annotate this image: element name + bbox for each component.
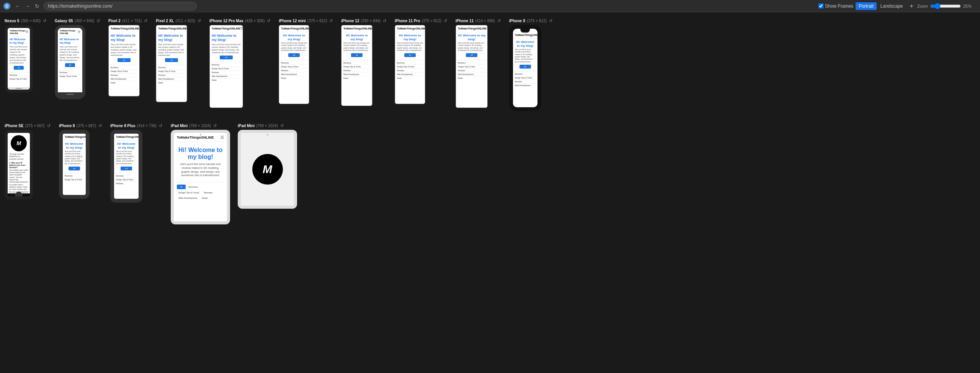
pixel2-frame: ToMakeThingsONLINE ☰ Hi! Welcome to my b… — [108, 25, 140, 97]
device-iphone12-mini: iPhone 12 mini (375 × 812) ↺ ToMakeThing… — [279, 18, 333, 104]
back-button[interactable]: ← — [13, 2, 22, 10]
ipad-mini-1-refresh[interactable]: ↺ — [212, 123, 217, 128]
galaxy-s5-frame: ToMakeThingsONLINE ☰ Hi! Welcome to my b… — [55, 25, 85, 99]
topbar: D ← → ↻ Show Frames Portrait Landscape +… — [0, 0, 980, 12]
main-content: Nexus 5 (360 × 640) ↺ ToMakeThingsONLINE… — [0, 12, 980, 243]
device-iphone8: iPhone 8 (375 × 667) ↺ ToMakeThingsONLIN… — [59, 123, 103, 199]
iphone11-refresh[interactable]: ↺ — [497, 18, 501, 23]
nexus5-content: ToMakeThingsONLINE ☰ Hi! Welcome to my b… — [8, 28, 30, 87]
iphone12-mini-frame: ToMakeThingsONLINE ☰ Hi! Welcome to my b… — [279, 25, 309, 104]
show-frames-checkbox[interactable] — [818, 3, 823, 8]
zoom-value: 25% — [963, 4, 977, 8]
iphone12-frame: ToMakeThingsONLINE ☰ Hi! Welcome to my b… — [341, 25, 372, 106]
device-iphone11-pro: iPhone 11 Pro (375 × 812) ↺ ToMakeThings… — [395, 18, 448, 104]
device-iphone-se: iPhone SE (375 × 667) ↺ M This page has … — [5, 123, 51, 200]
nexus5-refresh[interactable]: ↺ — [42, 18, 47, 23]
iphone11-pro-refresh[interactable]: ↺ — [443, 18, 448, 23]
ipad-mini-1-home-btn — [228, 177, 229, 178]
iphone12-mini-content: ToMakeThingsONLINE ☰ Hi! Welcome to my b… — [279, 25, 309, 104]
iphone8-plus-content: ToMakeThingsONLINE ☰ Hi! Welcome to my b… — [114, 134, 139, 199]
galaxy-s5-content: ToMakeThingsONLINE ☰ Hi! Welcome to my b… — [58, 28, 82, 92]
iphone8-plus-refresh[interactable]: ↺ — [158, 123, 163, 128]
device-galaxy-s5: Galaxy S5 (360 × 640) ↺ ToMakeThingsONLI… — [55, 18, 101, 99]
app-logo: D — [3, 2, 11, 10]
device-pixel2: Pixel 2 (411 × 731) ↺ ToMakeThingsONLINE… — [108, 18, 148, 97]
iphone-se-frame: M This page has been blocked by our prot… — [5, 130, 33, 200]
ipad-mini-2-home-btn — [295, 169, 296, 170]
iphone12-pro-max-frame: ToMakeThingsONLINE ☰ Hi! Welcome to my b… — [209, 25, 243, 108]
ipad-mini-1-camera — [200, 134, 201, 136]
ipad-mini-1-content: ToMakeThingsONLINE ☰ Hi! Welcome to my b… — [174, 133, 227, 221]
iphone12-refresh[interactable]: ↺ — [382, 18, 387, 23]
device-iphone12-pro-max: iPhone 12 Pro Max (428 × 926) ↺ ToMakeTh… — [209, 18, 271, 108]
ipad-mini-2-camera — [267, 134, 268, 136]
reload-button[interactable]: ↻ — [33, 2, 41, 10]
device-nexus5-label: Nexus 5 (360 × 640) ↺ — [5, 18, 47, 23]
iphone12-content: ToMakeThingsONLINE ☰ Hi! Welcome to my b… — [341, 25, 372, 106]
iphone12-mini-refresh[interactable]: ↺ — [328, 18, 333, 23]
pixel2-xl-content: ToMakeThingsONLINE ☰ Hi! Welcome to my b… — [156, 25, 187, 102]
iphone-x-notch — [520, 29, 530, 33]
device-iphone11: iPhone 11 (414 × 896) ↺ ToMakeThingsONLI… — [456, 18, 501, 108]
iphone11-frame: ToMakeThingsONLINE ☰ Hi! Welcome to my b… — [456, 25, 488, 108]
iphone8-frame: ToMakeThingsONLINE ☰ Hi! Welcome to my b… — [59, 130, 90, 199]
iphone-se-content: M This page has been blocked by our prot… — [8, 133, 30, 193]
iphone12-pro-max-content: ToMakeThingsONLINE ☰ Hi! Welcome to my b… — [210, 25, 243, 108]
iphone8-plus-frame: ToMakeThingsONLINE ☰ Hi! Welcome to my b… — [110, 130, 142, 203]
device-row-2: iPhone SE (375 × 667) ↺ M This page has … — [5, 123, 975, 224]
orientation-buttons: Portrait Landscape — [856, 2, 906, 10]
add-device-button[interactable]: + — [908, 3, 915, 10]
nexus5-frame: ToMakeThingsONLINE ☰ Hi! Welcome to my b… — [5, 25, 33, 93]
device-pixel2-xl: Pixel 2 XL (411 × 823) ↺ ToMakeThingsONL… — [156, 18, 202, 102]
device-ipad-mini-2: iPad Mini (768 × 1024) ↺ M — [238, 123, 297, 209]
show-frames-toggle: Show Frames — [818, 3, 853, 9]
device-row-1: Nexus 5 (360 × 640) ↺ ToMakeThingsONLINE… — [5, 18, 975, 111]
iphone8-content: ToMakeThingsONLINE ☰ Hi! Welcome to my b… — [63, 134, 86, 195]
galaxy-s5-refresh[interactable]: ↺ — [96, 18, 101, 23]
pixel2-refresh[interactable]: ↺ — [143, 18, 148, 23]
iphone11-pro-content: ToMakeThingsONLINE ☰ Hi! Welcome to my b… — [395, 25, 425, 104]
show-frames-label: Show Frames — [825, 3, 853, 9]
device-ipad-mini-1: iPad Mini (768 × 1024) ↺ ToMakeThingsONL… — [171, 123, 230, 224]
iphone-x-content: ToMakeThingsONLINE ☰ Hi! Welcome to my b… — [513, 29, 537, 107]
browser-nav-buttons: ← → ↻ — [13, 2, 41, 10]
iphone11-pro-frame: ToMakeThingsONLINE ☰ Hi! Welcome to my b… — [395, 25, 425, 104]
landscape-button[interactable]: Landscape — [877, 2, 906, 10]
iphone-x-refresh[interactable]: ↺ — [548, 18, 553, 23]
pixel2-content: ToMakeThingsONLINE ☰ Hi! Welcome to my b… — [109, 25, 139, 96]
pixel2-xl-refresh[interactable]: ↺ — [197, 18, 202, 23]
nexus5-nav: ToMakeThingsONLINE ☰ — [8, 28, 30, 36]
iphone12-pro-max-refresh[interactable]: ↺ — [266, 18, 271, 23]
pixel2-xl-frame: ToMakeThingsONLINE ☰ Hi! Welcome to my b… — [156, 25, 187, 102]
iphone-se-refresh[interactable]: ↺ — [46, 123, 51, 128]
iphone11-content: ToMakeThingsONLINE ☰ Hi! Welcome to my b… — [456, 25, 487, 108]
zoom-label: Zoom — [917, 4, 928, 8]
device-iphone12: iPhone 12 (390 × 844) ↺ ToMakeThingsONLI… — [341, 18, 387, 106]
iphone8-refresh[interactable]: ↺ — [98, 123, 103, 128]
iphone-x-frame: ToMakeThingsONLINE ☰ Hi! Welcome to my b… — [509, 25, 541, 111]
ipad-mini-2-frame: M — [238, 130, 297, 209]
portrait-button[interactable]: Portrait — [856, 2, 877, 10]
device-nexus5: Nexus 5 (360 × 640) ↺ ToMakeThingsONLINE… — [5, 18, 47, 93]
ipad-mini-2-content: M — [241, 133, 294, 206]
ipad-mini-2-refresh[interactable]: ↺ — [279, 123, 284, 128]
zoom-slider[interactable] — [930, 3, 961, 9]
device-iphone-x: iPhone X (375 × 812) ↺ ToMakeThingsONLIN… — [509, 18, 553, 111]
ipad-mini-1-frame: ToMakeThingsONLINE ☰ Hi! Welcome to my b… — [171, 130, 230, 224]
device-iphone8-plus: iPhone 8 Plus (414 × 736) ↺ ToMakeThings… — [110, 123, 163, 203]
url-bar[interactable] — [44, 2, 197, 10]
svg-text:D: D — [5, 4, 8, 8]
forward-button[interactable]: → — [23, 2, 32, 10]
